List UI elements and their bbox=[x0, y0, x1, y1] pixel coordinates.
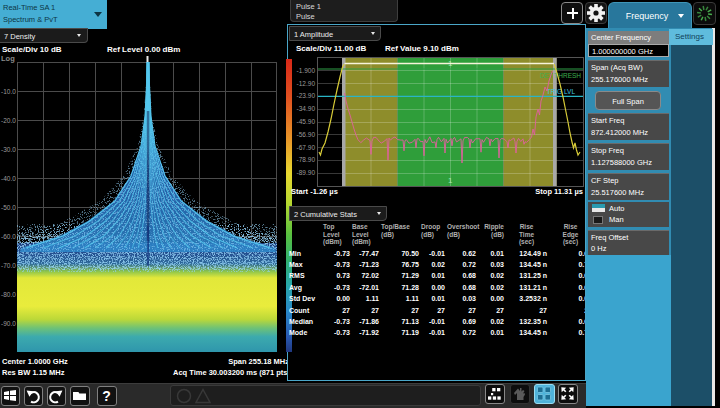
svg-text:1: 1 bbox=[448, 176, 453, 185]
svg-text:DET THRESH: DET THRESH bbox=[540, 72, 582, 79]
